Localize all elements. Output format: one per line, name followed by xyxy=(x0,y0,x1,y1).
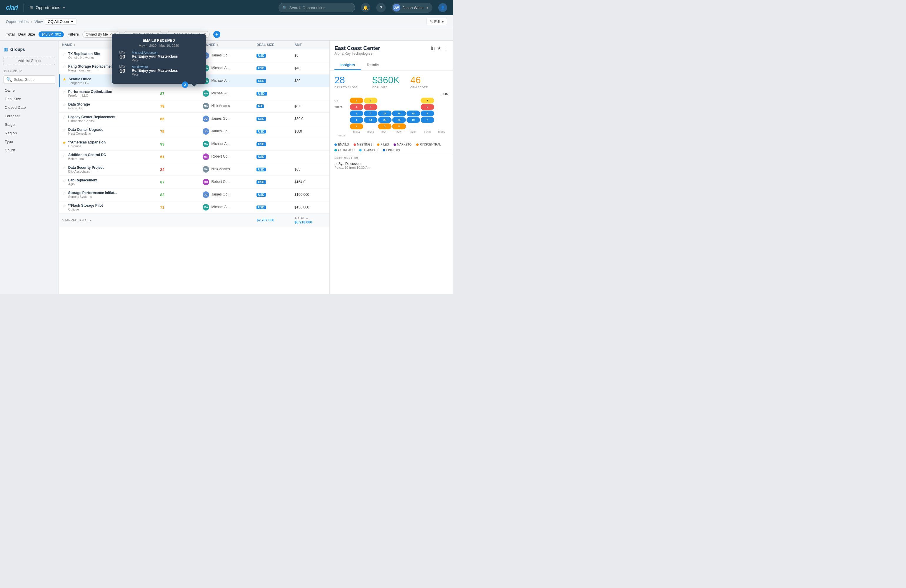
owner-avatar: MA xyxy=(203,204,209,210)
sidebar-item-deal-size[interactable]: Deal Size xyxy=(0,95,59,103)
star-9[interactable]: ☆ xyxy=(62,153,66,158)
total-label: Total xyxy=(6,32,15,37)
star-1[interactable]: ☆ xyxy=(62,52,66,56)
sidebar-item-churn[interactable]: Churn xyxy=(0,146,59,155)
opp-company: Sonora Systems xyxy=(68,195,117,198)
star-2[interactable]: ☆ xyxy=(62,64,66,69)
star-3[interactable]: ★ xyxy=(63,77,67,82)
profile-icon[interactable]: 👤 xyxy=(438,3,447,12)
star-13[interactable]: ☆ xyxy=(62,204,66,208)
deal-size-chip[interactable]: $40.3M 302 xyxy=(38,32,64,37)
legend-item: LINKEDIN xyxy=(383,148,400,152)
sidebar-search-input[interactable] xyxy=(14,78,53,82)
actions-button[interactable]: ✎ Edit ▾ xyxy=(426,18,447,25)
cell-owner: RC Robert Co... xyxy=(200,151,254,163)
legend-label: EMAILS xyxy=(338,143,349,146)
sidebar-item-forecast[interactable]: Forecast xyxy=(0,112,59,120)
email-content: Alexiswhite Re: Enjoy your Masterclass P… xyxy=(132,65,178,76)
cell-name: ☆ Legacy Center Replacement Dimension Ca… xyxy=(59,113,157,125)
crm-score: 93 xyxy=(160,142,164,147)
sidebar-item-owner[interactable]: Owner xyxy=(0,86,59,95)
opp-company: Agio xyxy=(68,182,97,186)
email-day: 10 xyxy=(116,68,128,73)
star-6[interactable]: ☆ xyxy=(62,115,66,120)
star-10[interactable]: ☆ xyxy=(62,166,66,170)
cal-row-label xyxy=(335,117,349,123)
add-group-button[interactable]: Add 1st Group xyxy=(3,57,55,65)
user-badge[interactable]: JW Jason White ▼ xyxy=(391,3,432,13)
filters-label: Filters xyxy=(67,32,79,37)
breadcrumb-view[interactable]: View xyxy=(34,19,43,24)
groups-icon: ▦ xyxy=(3,46,8,52)
tooltip-email-item: MAY 10 Michael Anderson Re: Enjoy your M… xyxy=(116,51,201,62)
user-name: Jason White xyxy=(403,6,424,10)
tab-details[interactable]: Details xyxy=(361,60,385,70)
deal-size-label: Deal Size xyxy=(18,32,35,37)
opp-name: Pang Storage Replacement xyxy=(68,64,114,69)
sidebar-item-region[interactable]: Region xyxy=(0,129,59,137)
add-filter-button[interactable]: + xyxy=(213,31,220,38)
star-8[interactable]: ★ xyxy=(62,140,66,145)
help-button[interactable]: ? xyxy=(376,3,386,12)
linkedin-icon[interactable]: in xyxy=(431,46,435,51)
nav-app-name[interactable]: ⊞ Opportunities ▼ xyxy=(30,5,65,10)
cell-currency: USD* xyxy=(254,87,292,100)
star-7[interactable]: ☆ xyxy=(62,127,66,132)
legend-dot xyxy=(394,143,396,146)
tab-insights[interactable]: Insights xyxy=(335,60,361,70)
col-amount[interactable]: AMT xyxy=(292,41,329,49)
sidebar-item-closed-date[interactable]: Closed Date xyxy=(0,103,59,112)
table-row[interactable]: ☆ Addition to Central DC Bolero, Inc. 61… xyxy=(59,151,330,163)
legend-item: MARKETO xyxy=(394,143,412,146)
table-row[interactable]: ☆ Lab Replacement Agio 87 RC Robert Co..… xyxy=(59,176,330,188)
star-4[interactable]: ☆ xyxy=(62,90,66,94)
table-row[interactable]: ☆ Data Storage Grade, Inc. 79 NA Nick Ad… xyxy=(59,100,330,113)
opp-name: Performance Optimization xyxy=(68,90,112,94)
crm-score: 79 xyxy=(160,104,164,108)
calendar-row: 271915145 xyxy=(335,110,448,116)
table-row[interactable]: ☆ Storage Performance Initiat... Sonora … xyxy=(59,188,330,201)
cal-cell xyxy=(435,117,448,123)
sidebar-search[interactable]: 🔍 xyxy=(3,75,55,84)
table-row[interactable]: ☆ Data Center Upgrade Nest Consulting 75… xyxy=(59,125,330,138)
cal-cell: 15 xyxy=(392,110,406,116)
star-12[interactable]: ☆ xyxy=(62,191,66,196)
more-icon[interactable]: ⋮ xyxy=(443,45,448,51)
col-deal-size[interactable]: DEAL SIZE xyxy=(254,41,292,49)
table-row[interactable]: ☆ **Flash Storage Pilot Culicue 71 MA Mi… xyxy=(59,201,330,214)
search-bar[interactable]: 🔍 Search Opportunities xyxy=(279,3,355,12)
owner-name: Robert Co... xyxy=(211,180,230,184)
table-row[interactable]: ★ **Americas Expansion Chromos 93 MA Mic… xyxy=(59,138,330,151)
search-icon: 🔍 xyxy=(282,6,287,10)
legend-dot xyxy=(383,149,385,151)
deal-size: $100,000 xyxy=(295,193,309,197)
breadcrumb-root[interactable]: Opportunities xyxy=(6,19,29,24)
crm-score: 75 xyxy=(160,129,164,134)
cal-cell: 5 xyxy=(421,110,434,116)
notifications-button[interactable]: 🔔 xyxy=(361,3,370,12)
cell-crm: 75 xyxy=(157,125,200,138)
calendar-month: JUN xyxy=(442,92,448,96)
view-select[interactable]: CQ All Open ▼ xyxy=(45,19,77,25)
legend-label: LINKEDIN xyxy=(386,148,400,152)
star-icon[interactable]: ★ xyxy=(437,45,441,51)
table-row[interactable]: ☆ Legacy Center Replacement Dimension Ca… xyxy=(59,113,330,125)
tooltip-date-range: May 4, 2020 - May 10, 2020 xyxy=(116,44,201,47)
calendar-row: 4142325107 xyxy=(335,117,448,123)
legend-label: HIGHSPOT xyxy=(363,148,378,152)
crm-score-value: 46 xyxy=(410,75,445,84)
cell-currency: USD xyxy=(254,176,292,188)
opp-company: Nest Consulting xyxy=(68,132,103,135)
sidebar-item-type[interactable]: Type xyxy=(0,137,59,146)
legend-label: RINGCENTRAL xyxy=(420,143,441,146)
star-5[interactable]: ☆ xyxy=(62,102,66,107)
cell-currency: USD xyxy=(254,188,292,201)
table-row[interactable]: ☆ Performance Optimization Freeform LLC … xyxy=(59,87,330,100)
legend-dot xyxy=(416,143,419,146)
cal-cell: 1 xyxy=(364,104,377,110)
cal-date: 06/08 xyxy=(421,131,434,134)
star-11[interactable]: ☆ xyxy=(62,178,66,183)
col-owner[interactable]: OWNER ⇕ xyxy=(200,41,254,49)
table-row[interactable]: ☆ Data Security Project Blip Associates … xyxy=(59,163,330,176)
sidebar-item-stage[interactable]: Stage xyxy=(0,120,59,129)
